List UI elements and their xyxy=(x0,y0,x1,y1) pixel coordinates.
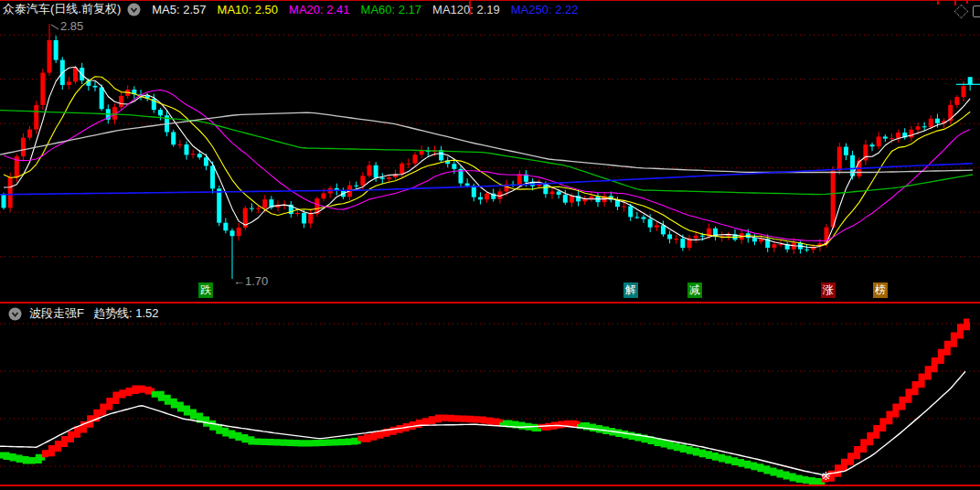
high-price-annotation: 2.85 xyxy=(60,19,83,33)
marker-bang: 榜 xyxy=(873,282,888,298)
stock-title: 众泰汽车(日线.前复权) xyxy=(3,1,121,17)
ma120-legend: MA120: 2.19 xyxy=(432,3,500,16)
main-header: 众泰汽车(日线.前复权) MA5: 2.57 MA10: 2.50 MA20: … xyxy=(0,0,578,18)
ma60-legend: MA60: 2.17 xyxy=(361,3,422,16)
sub-header: 波段走强F 趋势线: 1.52 xyxy=(0,304,158,323)
diamond-icon[interactable] xyxy=(954,5,969,19)
top-axis-tick xyxy=(966,0,968,4)
sub-indicator-chart[interactable] xyxy=(0,304,980,485)
marker-jie: 解 xyxy=(623,282,638,298)
marker-zhang: 涨 xyxy=(821,282,836,298)
top-axis-tick xyxy=(937,0,939,5)
collapse-main-chart-icon[interactable] xyxy=(127,3,141,16)
square-icon[interactable] xyxy=(973,5,980,17)
corner-tools xyxy=(956,5,977,17)
ma250-legend: MA250: 2.22 xyxy=(511,3,579,16)
ma10-legend: MA10: 2.50 xyxy=(218,3,279,16)
marker-die: 跌 xyxy=(198,282,213,298)
turn-signal-marker: ※ xyxy=(821,469,831,483)
stock-app-window: 众泰汽车(日线.前复权) MA5: 2.57 MA10: 2.50 MA20: … xyxy=(0,0,980,490)
indicator-title: 波段走强F xyxy=(29,305,84,322)
collapse-sub-chart-icon[interactable] xyxy=(8,307,22,321)
ma20-legend: MA20: 2.41 xyxy=(289,3,350,16)
marker-jian: 减 xyxy=(687,282,702,298)
trend-line-value: 趋势线: 1.52 xyxy=(93,305,159,322)
low-price-annotation: ←1.70 xyxy=(233,274,268,288)
ma5-legend: MA5: 2.57 xyxy=(152,3,206,16)
main-candlestick-chart[interactable] xyxy=(0,18,980,303)
bottom-border xyxy=(0,485,980,486)
panel-separator[interactable] xyxy=(0,302,980,304)
